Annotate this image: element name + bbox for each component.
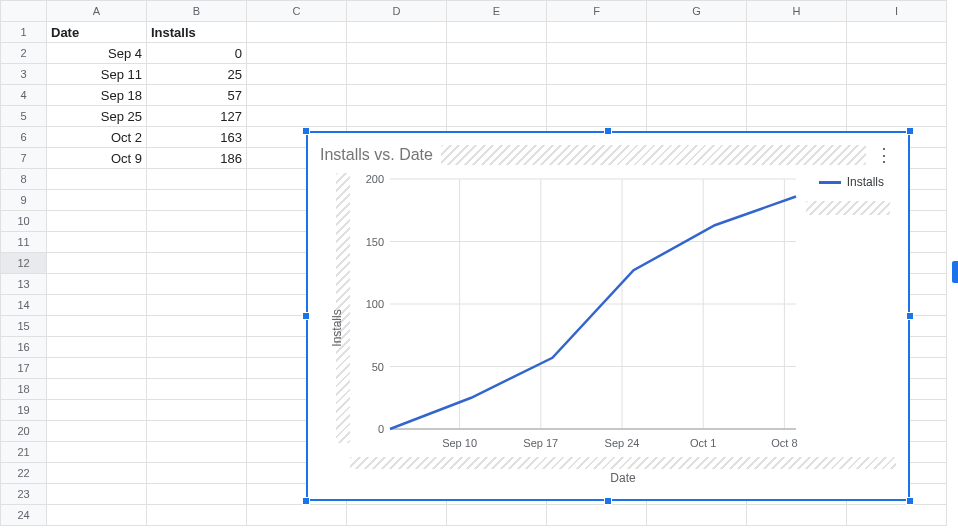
cell-F5[interactable]: [547, 106, 647, 127]
explore-side-tab[interactable]: [952, 261, 958, 283]
column-header-B[interactable]: B: [147, 1, 247, 22]
row-header-8[interactable]: 8: [1, 169, 47, 190]
cell-B4[interactable]: 57: [147, 85, 247, 106]
cell-A14[interactable]: [47, 295, 147, 316]
cell-D1[interactable]: [347, 22, 447, 43]
row-header-13[interactable]: 13: [1, 274, 47, 295]
cell-A8[interactable]: [47, 169, 147, 190]
row-header-6[interactable]: 6: [1, 127, 47, 148]
column-header-G[interactable]: G: [647, 1, 747, 22]
cell-C4[interactable]: [247, 85, 347, 106]
cell-H3[interactable]: [747, 64, 847, 85]
cell-I5[interactable]: [847, 106, 947, 127]
cell-A6[interactable]: Oct 2: [47, 127, 147, 148]
cell-F4[interactable]: [547, 85, 647, 106]
cell-E1[interactable]: [447, 22, 547, 43]
cell-B22[interactable]: [147, 463, 247, 484]
cell-C1[interactable]: [247, 22, 347, 43]
cell-A4[interactable]: Sep 18: [47, 85, 147, 106]
cell-A2[interactable]: Sep 4: [47, 43, 147, 64]
row-header-21[interactable]: 21: [1, 442, 47, 463]
row-header-5[interactable]: 5: [1, 106, 47, 127]
column-header-H[interactable]: H: [747, 1, 847, 22]
column-header-F[interactable]: F: [547, 1, 647, 22]
cell-B8[interactable]: [147, 169, 247, 190]
cell-B3[interactable]: 25: [147, 64, 247, 85]
cell-F3[interactable]: [547, 64, 647, 85]
row-header-24[interactable]: 24: [1, 505, 47, 526]
column-header-D[interactable]: D: [347, 1, 447, 22]
cell-A1[interactable]: Date: [47, 22, 147, 43]
cell-E5[interactable]: [447, 106, 547, 127]
cell-B19[interactable]: [147, 400, 247, 421]
row-header-14[interactable]: 14: [1, 295, 47, 316]
cell-G24[interactable]: [647, 505, 747, 526]
cell-A20[interactable]: [47, 421, 147, 442]
cell-B6[interactable]: 163: [147, 127, 247, 148]
chart-title[interactable]: Installs vs. Date: [320, 146, 433, 164]
column-header-A[interactable]: A: [47, 1, 147, 22]
cell-B2[interactable]: 0: [147, 43, 247, 64]
cell-B21[interactable]: [147, 442, 247, 463]
cell-I3[interactable]: [847, 64, 947, 85]
row-header-15[interactable]: 15: [1, 316, 47, 337]
cell-A10[interactable]: [47, 211, 147, 232]
column-header-I[interactable]: I: [847, 1, 947, 22]
cell-H2[interactable]: [747, 43, 847, 64]
cell-A22[interactable]: [47, 463, 147, 484]
select-all-corner[interactable]: [1, 1, 47, 22]
row-header-22[interactable]: 22: [1, 463, 47, 484]
cell-B10[interactable]: [147, 211, 247, 232]
column-header-C[interactable]: C: [247, 1, 347, 22]
row-header-2[interactable]: 2: [1, 43, 47, 64]
cell-G2[interactable]: [647, 43, 747, 64]
cell-F1[interactable]: [547, 22, 647, 43]
row-header-9[interactable]: 9: [1, 190, 47, 211]
cell-A9[interactable]: [47, 190, 147, 211]
cell-B17[interactable]: [147, 358, 247, 379]
cell-A23[interactable]: [47, 484, 147, 505]
row-header-12[interactable]: 12: [1, 253, 47, 274]
cell-A5[interactable]: Sep 25: [47, 106, 147, 127]
row-header-19[interactable]: 19: [1, 400, 47, 421]
cell-B11[interactable]: [147, 232, 247, 253]
cell-G3[interactable]: [647, 64, 747, 85]
chart-object[interactable]: Installs vs. Date ⋮ Installs Installs 05…: [306, 131, 910, 501]
cell-C3[interactable]: [247, 64, 347, 85]
cell-C24[interactable]: [247, 505, 347, 526]
chart-y-axis-label[interactable]: Installs: [330, 309, 344, 346]
cell-A21[interactable]: [47, 442, 147, 463]
cell-I2[interactable]: [847, 43, 947, 64]
cell-H1[interactable]: [747, 22, 847, 43]
cell-B12[interactable]: [147, 253, 247, 274]
cell-G4[interactable]: [647, 85, 747, 106]
cell-G5[interactable]: [647, 106, 747, 127]
cell-I1[interactable]: [847, 22, 947, 43]
row-header-23[interactable]: 23: [1, 484, 47, 505]
row-header-1[interactable]: 1: [1, 22, 47, 43]
cell-D4[interactable]: [347, 85, 447, 106]
cell-H24[interactable]: [747, 505, 847, 526]
cell-B5[interactable]: 127: [147, 106, 247, 127]
cell-E2[interactable]: [447, 43, 547, 64]
cell-B15[interactable]: [147, 316, 247, 337]
chart-plot-area[interactable]: 050100150200: [350, 173, 896, 435]
row-header-10[interactable]: 10: [1, 211, 47, 232]
row-header-7[interactable]: 7: [1, 148, 47, 169]
cell-E4[interactable]: [447, 85, 547, 106]
cell-A11[interactable]: [47, 232, 147, 253]
row-header-18[interactable]: 18: [1, 379, 47, 400]
cell-D24[interactable]: [347, 505, 447, 526]
cell-C2[interactable]: [247, 43, 347, 64]
cell-A13[interactable]: [47, 274, 147, 295]
cell-D5[interactable]: [347, 106, 447, 127]
cell-H5[interactable]: [747, 106, 847, 127]
cell-B7[interactable]: 186: [147, 148, 247, 169]
cell-B14[interactable]: [147, 295, 247, 316]
cell-E24[interactable]: [447, 505, 547, 526]
cell-A16[interactable]: [47, 337, 147, 358]
cell-A12[interactable]: [47, 253, 147, 274]
cell-G1[interactable]: [647, 22, 747, 43]
row-header-20[interactable]: 20: [1, 421, 47, 442]
cell-B9[interactable]: [147, 190, 247, 211]
